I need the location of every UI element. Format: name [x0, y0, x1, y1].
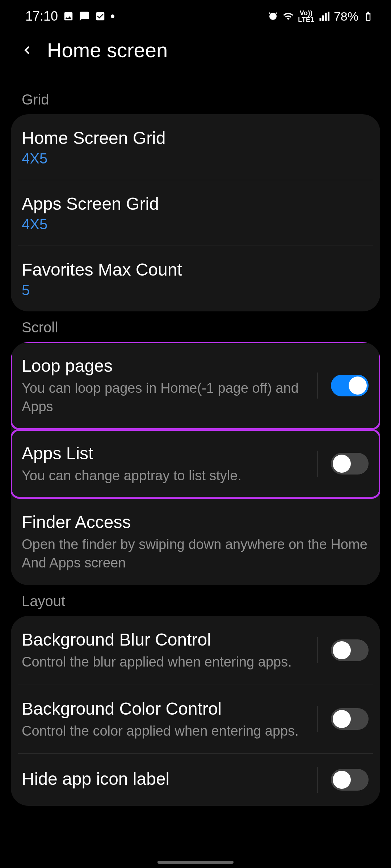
vertical-separator: [318, 767, 318, 793]
row-loop-pages[interactable]: Loop pages You can loop pages in Home(-1…: [11, 342, 380, 429]
row-favorites-max[interactable]: Favorites Max Count 5: [11, 246, 380, 311]
row-desc: You can change apptray to list style.: [22, 467, 313, 485]
row-title: Home Screen Grid: [22, 127, 369, 149]
toggle-hide-label[interactable]: [331, 769, 369, 791]
checkbox-icon: [95, 11, 106, 22]
row-hide-label[interactable]: Hide app icon label: [11, 754, 380, 806]
section-label-grid: Grid: [0, 84, 391, 114]
clock: 17:10: [25, 9, 58, 24]
dot-icon: [111, 14, 114, 18]
message-icon: [79, 11, 90, 22]
row-title: Finder Access: [22, 511, 369, 533]
toggle-apps-list[interactable]: [331, 453, 369, 475]
row-finder-access[interactable]: Finder Access Open the finder by swiping…: [11, 498, 380, 586]
row-home-grid[interactable]: Home Screen Grid 4X5: [11, 114, 380, 180]
signal-icon: [319, 11, 329, 22]
row-value: 5: [22, 282, 369, 298]
toggle-bg-color[interactable]: [331, 708, 369, 730]
vertical-separator: [318, 637, 318, 663]
status-right: Vo))LTE1 78%: [268, 9, 374, 24]
row-desc: You can loop pages in Home(-1 page off) …: [22, 379, 313, 416]
row-desc: Control the blur applied when entering a…: [22, 653, 313, 671]
card-grid: Home Screen Grid 4X5 Apps Screen Grid 4X…: [11, 114, 380, 311]
row-title: Apps List: [22, 443, 313, 464]
row-title: Hide app icon label: [22, 768, 313, 790]
network-label: Vo))LTE1: [298, 10, 314, 23]
page-title: Home screen: [47, 38, 168, 62]
vertical-separator: [318, 451, 318, 477]
wifi-icon: [283, 11, 294, 22]
row-title: Favorites Max Count: [22, 259, 369, 281]
card-scroll: Loop pages You can loop pages in Home(-1…: [11, 342, 380, 585]
vertical-separator: [318, 706, 318, 732]
row-title: Background Color Control: [22, 698, 313, 720]
toggle-knob: [333, 455, 351, 473]
header: Home screen: [0, 33, 391, 84]
row-value: 4X5: [22, 150, 369, 167]
toggle-knob: [349, 376, 367, 395]
section-label-scroll: Scroll: [0, 311, 391, 342]
row-apps-list[interactable]: Apps List You can change apptray to list…: [11, 430, 380, 498]
toggle-knob: [333, 771, 351, 789]
alarm-icon: [268, 11, 278, 22]
row-desc: Open the finder by swiping down anywhere…: [22, 535, 369, 573]
row-title: Background Blur Control: [22, 629, 313, 651]
toggle-loop-pages[interactable]: [331, 375, 369, 396]
toggle-knob: [333, 641, 351, 659]
status-bar: 17:10 Vo))LTE1 78%: [0, 0, 391, 33]
card-layout: Background Blur Control Control the blur…: [11, 616, 380, 806]
row-value: 4X5: [22, 216, 369, 233]
section-label-layout: Layout: [0, 585, 391, 616]
home-indicator[interactable]: [157, 861, 234, 864]
battery-percent: 78%: [334, 9, 358, 24]
row-title: Loop pages: [22, 355, 313, 377]
vertical-separator: [318, 373, 318, 399]
row-title: Apps Screen Grid: [22, 193, 369, 215]
row-bg-color[interactable]: Background Color Control Control the col…: [11, 685, 380, 753]
toggle-knob: [333, 710, 351, 728]
image-icon: [63, 11, 74, 22]
toggle-bg-blur[interactable]: [331, 639, 369, 661]
row-desc: Control the color applied when entering …: [22, 722, 313, 740]
battery-icon: [363, 11, 374, 22]
chevron-left-icon: [20, 43, 34, 57]
row-bg-blur[interactable]: Background Blur Control Control the blur…: [11, 616, 380, 684]
status-left: 17:10: [25, 9, 114, 24]
back-button[interactable]: [20, 43, 34, 57]
row-apps-grid[interactable]: Apps Screen Grid 4X5: [11, 180, 380, 246]
